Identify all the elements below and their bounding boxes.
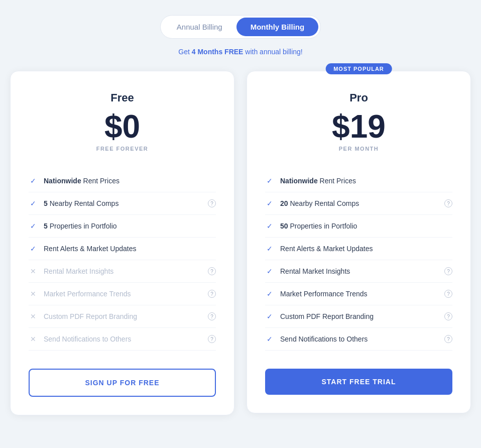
check-icon-3: ✓ bbox=[29, 244, 38, 253]
feature-text-2: 50 Properties in Portfolio bbox=[280, 222, 452, 230]
feature-text-0: Nationwide Rent Prices bbox=[44, 177, 216, 185]
check-icon-2: ✓ bbox=[29, 221, 38, 231]
plan-name-free: Free bbox=[29, 91, 216, 104]
feature-item-3: ✓ Rent Alerts & Market Updates bbox=[265, 238, 452, 260]
help-icon-6[interactable]: ? bbox=[208, 312, 216, 320]
plan-price-pro: $19 bbox=[265, 110, 452, 143]
help-icon-7[interactable]: ? bbox=[444, 335, 452, 343]
feature-item-2: ✓ 5 Properties in Portfolio bbox=[29, 215, 216, 238]
check-icon-7: ✓ bbox=[265, 334, 274, 344]
check-icon-4: ✓ bbox=[265, 267, 274, 276]
feature-text-5: Market Performance Trends bbox=[280, 290, 438, 298]
feature-item-7: ✓ Send Notifications to Others ? bbox=[265, 328, 452, 351]
feature-text-6: Custom PDF Report Branding bbox=[44, 312, 202, 320]
feature-text-6: Custom PDF Report Branding bbox=[280, 312, 438, 320]
help-icon-6[interactable]: ? bbox=[444, 312, 452, 320]
cross-icon-7: ✕ bbox=[29, 334, 38, 344]
check-icon-1: ✓ bbox=[265, 199, 274, 208]
feature-text-2: 5 Properties in Portfolio bbox=[44, 222, 216, 230]
most-popular-badge: MOST POPULAR bbox=[325, 63, 392, 74]
feature-item-7: ✕ Send Notifications to Others ? bbox=[29, 328, 216, 351]
help-icon-7[interactable]: ? bbox=[208, 335, 216, 343]
feature-text-3: Rent Alerts & Market Updates bbox=[44, 245, 216, 253]
check-icon-3: ✓ bbox=[265, 244, 274, 253]
feature-item-0: ✓ Nationwide Rent Prices bbox=[265, 170, 452, 192]
check-icon-2: ✓ bbox=[265, 221, 274, 231]
cta-button-free[interactable]: SIGN UP FOR FREE bbox=[29, 369, 216, 397]
feature-item-5: ✓ Market Performance Trends ? bbox=[265, 283, 452, 305]
check-icon-0: ✓ bbox=[265, 176, 274, 185]
check-icon-6: ✓ bbox=[265, 312, 274, 321]
plan-period-pro: PER MONTH bbox=[265, 146, 452, 152]
feature-text-0: Nationwide Rent Prices bbox=[280, 177, 452, 185]
help-icon-5[interactable]: ? bbox=[208, 290, 216, 298]
features-list-free: ✓ Nationwide Rent Prices ✓ 5 Nearby Rent… bbox=[29, 170, 216, 351]
feature-text-7: Send Notifications to Others bbox=[44, 335, 202, 343]
feature-item-6: ✓ Custom PDF Report Branding ? bbox=[265, 305, 452, 328]
plan-card-free: Free $0 FREE FOREVER ✓ Nationwide Rent P… bbox=[10, 71, 234, 415]
monthly-billing-button[interactable]: Monthly Billing bbox=[236, 18, 318, 36]
plans-container: Free $0 FREE FOREVER ✓ Nationwide Rent P… bbox=[10, 71, 471, 415]
feature-item-1: ✓ 5 Nearby Rental Comps ? bbox=[29, 192, 216, 215]
cta-button-pro[interactable]: START FREE TRIAL bbox=[265, 369, 452, 395]
plan-price-free: $0 bbox=[29, 110, 216, 143]
feature-item-6: ✕ Custom PDF Report Branding ? bbox=[29, 305, 216, 328]
help-icon-1[interactable]: ? bbox=[208, 199, 216, 207]
plan-name-pro: Pro bbox=[265, 91, 452, 104]
check-icon-5: ✓ bbox=[265, 289, 274, 298]
feature-text-3: Rent Alerts & Market Updates bbox=[280, 245, 452, 253]
cross-icon-6: ✕ bbox=[29, 312, 38, 321]
feature-item-4: ✓ Rental Market Insights ? bbox=[265, 260, 452, 283]
check-icon-0: ✓ bbox=[29, 176, 38, 185]
feature-item-4: ✕ Rental Market Insights ? bbox=[29, 260, 216, 283]
feature-text-4: Rental Market Insights bbox=[44, 267, 202, 275]
promo-text: Get 4 Months FREE with annual billing! bbox=[178, 48, 302, 56]
help-icon-4[interactable]: ? bbox=[208, 267, 216, 275]
cross-icon-4: ✕ bbox=[29, 267, 38, 276]
feature-item-0: ✓ Nationwide Rent Prices bbox=[29, 170, 216, 192]
feature-text-4: Rental Market Insights bbox=[280, 267, 438, 275]
billing-toggle[interactable]: Annual Billing Monthly Billing bbox=[160, 15, 321, 39]
feature-text-7: Send Notifications to Others bbox=[280, 335, 438, 343]
help-icon-1[interactable]: ? bbox=[444, 199, 452, 207]
feature-item-1: ✓ 20 Nearby Rental Comps ? bbox=[265, 192, 452, 215]
feature-item-2: ✓ 50 Properties in Portfolio bbox=[265, 215, 452, 238]
plan-period-free: FREE FOREVER bbox=[29, 146, 216, 152]
help-icon-4[interactable]: ? bbox=[444, 267, 452, 275]
feature-text-1: 5 Nearby Rental Comps bbox=[44, 199, 202, 207]
feature-item-3: ✓ Rent Alerts & Market Updates bbox=[29, 238, 216, 260]
features-list-pro: ✓ Nationwide Rent Prices ✓ 20 Nearby Ren… bbox=[265, 170, 452, 351]
feature-item-5: ✕ Market Performance Trends ? bbox=[29, 283, 216, 305]
feature-text-1: 20 Nearby Rental Comps bbox=[280, 199, 438, 207]
check-icon-1: ✓ bbox=[29, 199, 38, 208]
feature-text-5: Market Performance Trends bbox=[44, 290, 202, 298]
annual-billing-button[interactable]: Annual Billing bbox=[163, 18, 236, 36]
help-icon-5[interactable]: ? bbox=[444, 290, 452, 298]
plan-card-pro: MOST POPULAR Pro $19 PER MONTH ✓ Nationw… bbox=[247, 71, 471, 413]
cross-icon-5: ✕ bbox=[29, 289, 38, 298]
